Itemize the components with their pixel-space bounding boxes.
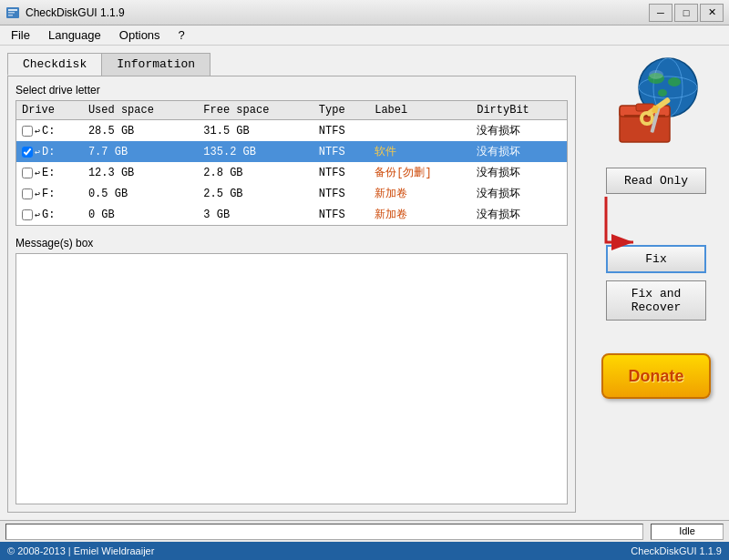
drive-letter: C: [42, 125, 55, 137]
col-free-space: Free space [198, 101, 313, 120]
drive-label: 新加卷 [369, 183, 471, 204]
drive-type: NTFS [313, 204, 369, 225]
drive-checkbox[interactable] [22, 168, 33, 178]
minimize-button[interactable]: ─ [649, 4, 673, 22]
svg-rect-1 [8, 9, 17, 11]
read-only-button[interactable]: Read Only [606, 168, 706, 194]
drive-type: NTFS [313, 120, 369, 142]
drive-letter: E: [42, 167, 55, 179]
drive-checkbox[interactable] [22, 209, 33, 220]
copyright-text: © 2008-2013 | Emiel Wieldraaijer [7, 545, 154, 556]
messages-label: Message(s) box [15, 237, 568, 249]
fix-and-recover-button[interactable]: Fix and Recover [606, 280, 706, 321]
footer-bar: © 2008-2013 | Emiel Wieldraaijer CheckDi… [0, 542, 729, 560]
drive-type: NTFS [313, 162, 369, 183]
logo-area [597, 53, 715, 153]
status-left [5, 524, 643, 540]
tab-information[interactable]: Information [101, 53, 210, 76]
maximize-button[interactable]: □ [674, 4, 698, 22]
drive-checkbox[interactable] [22, 188, 33, 199]
dirty-bit: 没有损坏 [471, 204, 567, 225]
table-row[interactable]: ↩E:12.3 GB2.8 GBNTFS备份[勿删]没有损坏 [16, 162, 567, 183]
drive-type: NTFS [313, 141, 369, 162]
drive-checkbox[interactable] [22, 126, 33, 137]
menu-help[interactable]: ? [171, 26, 192, 44]
menu-bar: File Language Options ? [0, 25, 729, 46]
drive-label: 新加卷 [369, 204, 471, 225]
used-space: 28.5 GB [83, 120, 198, 142]
used-space: 12.3 GB [83, 162, 198, 183]
drive-letter: D: [42, 146, 55, 158]
free-space: 2.5 GB [198, 183, 313, 204]
drive-letter: F: [42, 188, 55, 200]
col-drive: Drive [16, 101, 83, 120]
footer-version: CheckDiskGUI 1.1.9 [631, 545, 722, 556]
donate-button[interactable]: Donate [601, 353, 711, 399]
drive-label: 备份[勿删] [369, 162, 471, 183]
table-row[interactable]: ↩F:0.5 GB2.5 GBNTFS新加卷没有损坏 [16, 183, 567, 204]
app-icon [5, 5, 20, 20]
table-row[interactable]: ↩D:7.7 GB135.2 GBNTFS软件没有损坏 [16, 141, 567, 162]
drive-type: NTFS [313, 183, 369, 204]
col-type: Type [313, 101, 369, 120]
messages-box[interactable] [15, 253, 568, 504]
drive-label [369, 120, 471, 142]
free-space: 2.8 GB [198, 162, 313, 183]
dirty-bit: 没有损坏 [471, 141, 567, 162]
close-button[interactable]: ✕ [700, 4, 724, 22]
col-dirtybit: DirtyBit [471, 101, 567, 120]
menu-language[interactable]: Language [41, 26, 108, 44]
free-space: 135.2 GB [198, 141, 313, 162]
dirty-bit: 没有损坏 [471, 162, 567, 183]
drive-label: 软件 [369, 141, 471, 162]
used-space: 0.5 GB [83, 183, 198, 204]
menu-file[interactable]: File [4, 26, 37, 44]
dirty-bit: 没有损坏 [471, 183, 567, 204]
title-bar: CheckDiskGUI 1.1.9 ─ □ ✕ [0, 0, 729, 25]
drive-section-label: Select drive letter [15, 84, 568, 97]
used-space: 7.7 GB [83, 141, 198, 162]
free-space: 3 GB [198, 204, 313, 225]
col-used-space: Used space [83, 101, 198, 120]
drive-letter: G: [42, 209, 55, 221]
dirty-bit: 没有损坏 [471, 120, 567, 142]
used-space: 0 GB [83, 204, 198, 225]
app-title: CheckDiskGUI 1.1.9 [26, 6, 125, 19]
svg-point-9 [668, 77, 681, 87]
col-label: Label [369, 101, 471, 120]
free-space: 31.5 GB [198, 120, 313, 142]
status-bar: Idle [0, 520, 729, 542]
table-row[interactable]: ↩C:28.5 GB31.5 GBNTFS没有损坏 [16, 120, 567, 142]
menu-options[interactable]: Options [112, 26, 168, 44]
tab-checkdisk[interactable]: Checkdisk [7, 53, 101, 76]
status-right: Idle [651, 524, 724, 540]
drive-checkbox[interactable] [22, 147, 33, 158]
svg-rect-3 [8, 15, 13, 16]
svg-rect-2 [8, 12, 15, 14]
svg-point-11 [649, 70, 663, 79]
svg-point-10 [658, 89, 667, 97]
table-row[interactable]: ↩G:0 GB3 GBNTFS新加卷没有损坏 [16, 204, 567, 225]
